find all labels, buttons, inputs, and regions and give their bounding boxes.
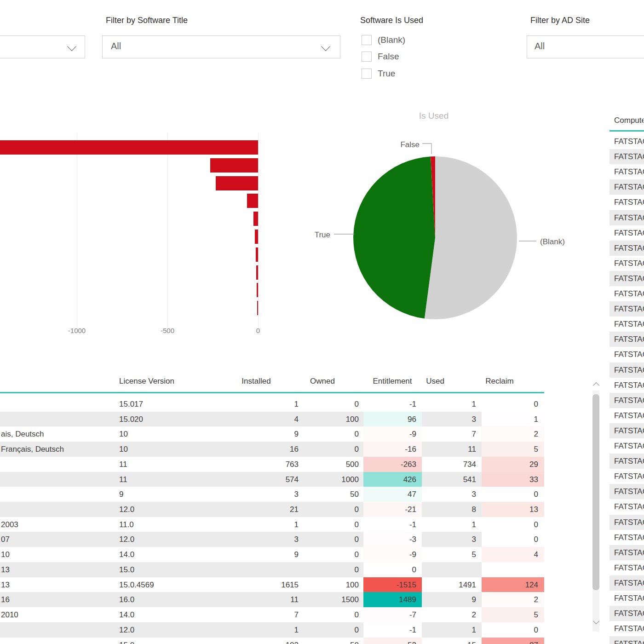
cell-owned: 0 — [299, 622, 359, 638]
bar-segment[interactable] — [247, 194, 258, 208]
computer-list-item[interactable]: FATSTAG — [610, 499, 644, 514]
checkbox-option-false[interactable]: False — [362, 51, 399, 62]
computer-list-item[interactable]: FATSTAG — [610, 423, 644, 438]
computer-list-item[interactable]: FATSTAG — [610, 378, 644, 393]
software-title-filter-label: Filter by Software Title — [106, 16, 188, 25]
cell-owned: 0 — [299, 502, 359, 517]
pie-slice-blank[interactable] — [425, 156, 517, 319]
table-row[interactable]: 12.0210-21813 — [0, 502, 544, 517]
cell-license-version: 12.0 — [119, 622, 195, 638]
bar-segment[interactable] — [256, 265, 258, 280]
table-row[interactable]: 11574100042654133 — [0, 472, 544, 487]
table-row[interactable]: 12.010-110 — [0, 622, 544, 638]
computer-list-item[interactable]: FATSTAG — [610, 210, 644, 225]
scrollbar-thumb[interactable] — [592, 394, 599, 590]
computer-list-item[interactable]: FATSTAG — [610, 515, 644, 530]
computer-list-item[interactable]: FATSTAG — [610, 195, 644, 210]
computer-name-column-header[interactable]: Computer Name — [614, 116, 644, 127]
computer-list-item[interactable]: FATSTAG — [610, 438, 644, 454]
computer-list-item[interactable]: FATSTAG — [610, 316, 644, 332]
computer-list-item[interactable]: FATSTAG — [610, 134, 644, 149]
computer-list-item[interactable]: FATSTAG — [610, 332, 644, 347]
table-row[interactable]: 0712.030-330 — [0, 532, 544, 547]
ad-site-dropdown[interactable]: All — [527, 35, 644, 58]
column-header-installed[interactable]: Installed — [229, 377, 284, 386]
checkbox-icon[interactable] — [362, 35, 372, 45]
checkbox-icon[interactable] — [362, 52, 372, 62]
bar-segment[interactable] — [253, 212, 258, 226]
bar-segment[interactable] — [257, 283, 258, 297]
table-row[interactable]: 15.010250-521587 — [0, 638, 544, 644]
computer-list-item[interactable]: FATSTAG — [610, 347, 644, 362]
table-row[interactable]: 15.02041009631 — [0, 412, 544, 427]
pie-slice-true[interactable] — [353, 156, 435, 318]
column-header-reclaim[interactable]: Reclaim — [472, 377, 527, 386]
table-row[interactable]: 15.01710-110 — [0, 397, 544, 412]
table-row[interactable]: ais, Deutsch1090-972 — [0, 426, 544, 442]
computer-list-item[interactable]: FATSTAG — [610, 575, 644, 591]
cell-owned: 100 — [299, 412, 359, 427]
table-row[interactable]: 1315.000 — [0, 562, 544, 577]
computer-list-item[interactable]: FATSTAG — [610, 241, 644, 256]
computer-list-item[interactable]: FATSTAG — [610, 606, 644, 621]
cell-software-title: 2010 — [1, 607, 116, 622]
table-row[interactable]: 93504730 — [0, 487, 544, 502]
bar-segment[interactable] — [216, 176, 258, 190]
computer-list-item[interactable]: FATSTAG — [610, 301, 644, 316]
column-header-used[interactable]: Used — [412, 377, 458, 386]
cell-reclaim — [482, 562, 544, 577]
table-row[interactable]: Français, Deutsch10160-16115 — [0, 442, 544, 457]
software-title-dropdown[interactable]: All — [102, 35, 340, 58]
computer-list-item[interactable]: FATSTAG — [610, 484, 644, 499]
cell-reclaim: 1 — [482, 412, 544, 427]
table-row[interactable]: 201014.070-725 — [0, 607, 544, 622]
cell-installed: 16 — [198, 442, 299, 457]
computer-list-item[interactable]: FATSTAG — [610, 454, 644, 469]
cell-license-version: 10 — [119, 442, 195, 457]
table-row[interactable]: 11763500-26373429 — [0, 457, 544, 472]
bar-segment[interactable] — [255, 230, 258, 244]
left-filter-dropdown[interactable] — [0, 35, 85, 58]
computer-list-item[interactable]: FATSTAG — [610, 636, 644, 644]
cell-entitlement: 1489 — [363, 592, 422, 607]
computer-list-item[interactable]: FATSTAG — [610, 408, 644, 423]
table-row[interactable]: 1315.0.45691615100-15151491124 — [0, 577, 544, 592]
cell-license-version: 15.0 — [119, 638, 195, 644]
computer-list-item[interactable]: FATSTAG — [610, 256, 644, 271]
computer-list-item[interactable]: FATSTAG — [610, 149, 644, 164]
computer-list-item[interactable]: FATSTAG — [610, 164, 644, 179]
checkbox-option-true[interactable]: True — [362, 68, 395, 79]
computer-list-item[interactable]: FATSTAG — [610, 469, 644, 484]
cell-installed: 21 — [198, 502, 299, 517]
computer-list-item[interactable]: FATSTAG — [610, 362, 644, 378]
scrollbar-up-arrow-icon[interactable] — [593, 382, 599, 389]
computer-list-item[interactable]: FATSTAG — [610, 545, 644, 560]
cell-owned: 50 — [299, 638, 359, 644]
table-row[interactable]: 200311.010-110 — [0, 517, 544, 532]
computer-list-item[interactable]: FATSTAG — [610, 393, 644, 408]
computer-list-item[interactable]: FATSTAG — [610, 179, 644, 195]
checkbox-icon[interactable] — [362, 69, 372, 79]
checkbox-option-blank[interactable]: (Blank) — [362, 34, 405, 46]
cell-software-title — [1, 472, 116, 487]
computer-list-item[interactable]: FATSTAG — [610, 621, 644, 636]
bar-segment[interactable] — [257, 301, 258, 315]
computer-list-item[interactable]: FATSTAG — [610, 225, 644, 241]
cell-entitlement: -1 — [363, 397, 422, 412]
bar-segment[interactable] — [210, 158, 258, 172]
cell-software-title — [1, 397, 116, 412]
cell-software-title: ais, Deutsch — [1, 426, 116, 442]
cell-used: 1 — [422, 517, 476, 532]
computer-list-item[interactable]: FATSTAG — [610, 560, 644, 575]
computer-list-item[interactable]: FATSTAG — [610, 271, 644, 286]
column-header-owned[interactable]: Owned — [295, 377, 350, 386]
computer-list-item[interactable]: FATSTAG — [610, 591, 644, 606]
bar-segment[interactable] — [256, 247, 258, 262]
table-row[interactable]: 1616.0111500148992 — [0, 592, 544, 607]
computer-list-item[interactable]: FATSTAG — [610, 530, 644, 545]
computer-list-item[interactable]: FATSTAG — [610, 286, 644, 301]
software-title-dropdown-value: All — [111, 41, 121, 52]
table-row[interactable]: 1014.090-954 — [0, 547, 544, 562]
column-header-license-version[interactable]: License Version — [119, 377, 174, 386]
bar-segment[interactable] — [0, 140, 258, 155]
